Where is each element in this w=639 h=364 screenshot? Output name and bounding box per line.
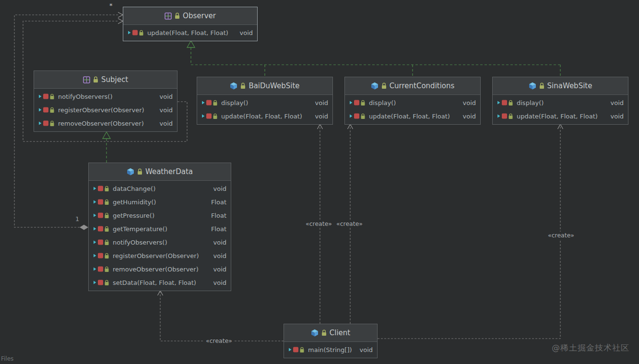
class-icon (529, 82, 536, 90)
method-signature: removeObserver(Observer) (113, 266, 210, 273)
method-signature: update(Float, Float, Float) (369, 113, 459, 120)
class-header-weatherdata[interactable]: WeatherData (89, 163, 231, 181)
files-label: Files (1, 355, 13, 362)
method-return-type: void (239, 29, 253, 36)
method-signature: setData(Float, Float, Float) (113, 279, 210, 286)
method-icon (349, 99, 366, 106)
method-icon (38, 93, 55, 100)
class-node-weatherdata[interactable]: WeatherData dataChange() void getHumidit… (88, 163, 231, 291)
method-signature: dataChange() (113, 185, 210, 192)
method-row[interactable]: display() void (345, 96, 480, 109)
method-icon (38, 106, 55, 113)
method-icon (93, 279, 109, 286)
method-icon (497, 99, 513, 106)
class-title: WeatherData (145, 167, 193, 176)
method-row[interactable]: registerObserver(Observer) void (89, 249, 231, 262)
method-row[interactable]: update(Float, Float, Float) void (197, 109, 332, 123)
method-icon (128, 29, 144, 36)
method-row[interactable]: display() void (493, 96, 628, 109)
class-title: BaiDuWebSite (248, 82, 299, 90)
lock-icon (137, 168, 142, 175)
class-header-baiduwebsite[interactable]: BaiDuWebSite (197, 77, 332, 95)
method-return-type: void (159, 106, 173, 114)
method-return-type: void (159, 93, 173, 100)
method-icon (38, 120, 55, 127)
method-row[interactable]: getTemperature() Float (89, 222, 231, 235)
method-row[interactable]: update(Float, Float, Float) void (123, 26, 257, 39)
multiplicity-star: * (109, 2, 113, 10)
class-node-client[interactable]: Client main(String[]) void (284, 324, 378, 358)
arrowhead (158, 291, 163, 295)
class-icon (371, 82, 379, 90)
realization-triangle-observer (187, 41, 195, 47)
class-title: CurrentConditions (390, 82, 455, 90)
method-signature: notifyObservers() (113, 239, 210, 246)
lock-icon (93, 76, 98, 83)
class-title: Subject (101, 75, 128, 84)
interface-icon (83, 76, 90, 83)
method-row[interactable]: removeObserver(Observer) void (89, 262, 231, 276)
method-row[interactable]: dataChange() void (89, 182, 231, 195)
arrowhead (118, 12, 123, 18)
class-header-observer[interactable]: Observer (123, 7, 257, 25)
realization-triangle-subject (103, 132, 110, 139)
method-signature: registerObserver(Observer) (113, 252, 210, 259)
watermark: @稀土掘金技术社区 (552, 342, 629, 353)
uml-diagram-canvas[interactable]: * 1 «create» «create» «create» «create» … (0, 0, 639, 364)
lock-icon (175, 12, 180, 19)
class-header-client[interactable]: Client (284, 324, 377, 342)
method-row[interactable]: removeObserver(Observer) void (34, 117, 177, 130)
method-row[interactable]: registerObserver(Observer) void (34, 103, 177, 117)
class-node-subject[interactable]: Subject notifyObservers() void registerO… (34, 70, 178, 132)
method-return-type: void (213, 185, 226, 192)
method-signature: main(String[]) (308, 346, 356, 353)
method-signature: notifyObservers() (58, 93, 156, 100)
arrowhead (558, 124, 563, 129)
arrowhead (118, 19, 123, 24)
method-row[interactable]: main(String[]) void (284, 343, 377, 356)
method-icon (93, 266, 109, 272)
class-node-baiduwebsite[interactable]: BaiDuWebSite display() void update(Float… (197, 77, 333, 125)
method-icon (288, 346, 305, 353)
method-return-type: void (610, 99, 624, 106)
method-return-type: Float (211, 225, 226, 233)
method-row[interactable]: display() void (197, 96, 332, 109)
method-signature: display() (221, 99, 311, 106)
class-header-sinawebsite[interactable]: SinaWebSite (493, 77, 628, 95)
lock-icon (539, 82, 544, 89)
lock-icon (381, 82, 387, 89)
method-icon (349, 113, 366, 119)
interface-icon (165, 12, 172, 20)
class-node-sinawebsite[interactable]: SinaWebSite display() void update(Float,… (492, 77, 628, 125)
arrowhead (318, 124, 323, 129)
class-icon (311, 329, 319, 337)
method-row[interactable]: setData(Float, Float, Float) void (89, 276, 231, 289)
create-label-weatherdata: «create» (204, 337, 234, 345)
method-row[interactable]: notifyObservers() void (89, 235, 231, 249)
class-node-currentconditions[interactable]: CurrentConditions display() void update(… (344, 77, 481, 125)
class-title: Observer (183, 12, 216, 20)
method-icon (497, 113, 513, 119)
class-header-currentconditions[interactable]: CurrentConditions (345, 77, 480, 95)
method-row[interactable]: notifyObservers() void (34, 90, 177, 103)
method-return-type: void (159, 120, 173, 127)
method-signature: getHumidity() (113, 199, 208, 206)
class-node-observer[interactable]: Observer update(Float, Float, Float) voi… (123, 7, 258, 41)
method-row[interactable]: getPressure() Float (89, 209, 231, 222)
create-line-client-weatherdata (160, 291, 284, 341)
method-signature: update(Float, Float, Float) (221, 113, 311, 120)
create-label-sina: «create» (546, 232, 576, 239)
method-return-type: void (213, 266, 226, 273)
method-signature: getTemperature() (113, 225, 208, 233)
class-header-subject[interactable]: Subject (34, 71, 177, 89)
method-return-type: void (213, 252, 226, 259)
method-row[interactable]: update(Float, Float, Float) void (345, 109, 480, 123)
method-signature: getPressure() (113, 212, 208, 219)
aggregation-diamond (80, 225, 88, 230)
method-return-type: void (359, 346, 373, 353)
method-icon (201, 99, 218, 106)
class-title: Client (330, 329, 350, 337)
method-row[interactable]: getHumidity() Float (89, 195, 231, 209)
method-icon (93, 212, 109, 219)
method-row[interactable]: update(Float, Float, Float) void (493, 109, 628, 123)
